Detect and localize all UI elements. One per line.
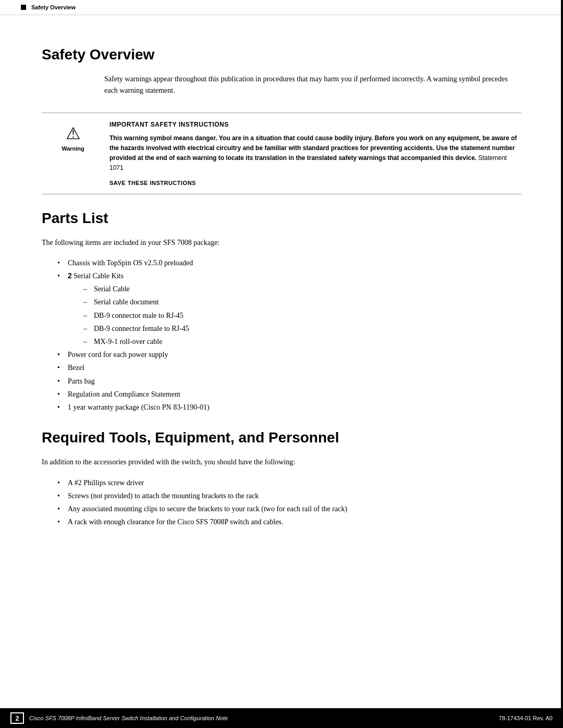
- parts-list-items: Chassis with TopSpin OS v2.5.0 preloaded…: [57, 256, 521, 414]
- list-item: A rack with enough clearance for the Cis…: [57, 515, 521, 528]
- item-text: Bezel: [68, 364, 84, 372]
- list-item: Chassis with TopSpin OS v2.5.0 preloaded: [57, 256, 521, 269]
- required-tools-title: Required Tools, Equipment, and Personnel: [42, 429, 521, 446]
- footer-doc-title: Cisco SFS 7008P InfiniBand Server Switch…: [29, 715, 228, 721]
- list-item: Power cord for each power supply: [57, 348, 521, 361]
- parts-list-intro: The following items are included in your…: [42, 237, 521, 249]
- list-item: Regulation and Compliance Statement: [57, 388, 521, 401]
- list-item: 2 Serial Cable Kits Serial Cable Serial …: [57, 269, 521, 348]
- warning-icon: ⚠: [66, 124, 81, 143]
- item-text: Screws (not provided) to attach the moun…: [68, 492, 259, 500]
- list-item: Parts bag: [57, 375, 521, 388]
- list-item: Bezel: [57, 361, 521, 374]
- list-item: Any associated mounting clips to secure …: [57, 502, 521, 515]
- sub-item-text: MX-9-1 roll-over cable: [94, 338, 162, 346]
- warning-label: Warning: [62, 145, 84, 152]
- sub-item-text: DB-9 connector male to RJ-45: [94, 312, 183, 319]
- footer-doc-code: 78-17434-01 Rev. A0: [499, 715, 553, 721]
- item-text: A #2 Phillips screw driver: [68, 479, 144, 487]
- warning-important-title: IMPORTANT SAFETY INSTRUCTIONS: [109, 121, 521, 128]
- sub-list-item: Serial Cable: [83, 282, 521, 295]
- required-tools-intro: In addition to the accessories provided …: [42, 456, 521, 468]
- warning-left: ⚠ Warning: [42, 121, 104, 152]
- item-text: Any associated mounting clips to secure …: [68, 505, 347, 513]
- item-text: Chassis with TopSpin OS v2.5.0 preloaded: [68, 259, 193, 267]
- safety-overview-title: Safety Overview: [42, 46, 521, 63]
- header-breadcrumb: Safety Overview: [31, 4, 76, 10]
- footer-left: 2 Cisco SFS 7008P InfiniBand Server Swit…: [10, 712, 228, 724]
- item-text: Regulation and Compliance Statement: [68, 390, 180, 398]
- sub-list-item: MX-9-1 roll-over cable: [83, 335, 521, 348]
- sub-list: Serial Cable Serial cable document DB-9 …: [83, 282, 521, 348]
- sub-list-item: DB-9 connector female to RJ-45: [83, 322, 521, 335]
- save-instructions: SAVE THESE INSTRUCTIONS: [109, 180, 521, 186]
- item-text: Parts bag: [68, 377, 95, 385]
- header-square: [21, 5, 26, 10]
- warning-body-text: This warning symbol means danger. You ar…: [109, 133, 521, 174]
- item-text: 1 year warranty package (Cisco PN 83-119…: [68, 403, 210, 411]
- parts-list-title: Parts List: [42, 210, 521, 227]
- footer-page-number: 2: [10, 712, 24, 724]
- warning-section: ⚠ Warning IMPORTANT SAFETY INSTRUCTIONS …: [42, 113, 521, 194]
- sub-item-text: DB-9 connector female to RJ-45: [94, 325, 189, 332]
- item-text: Power cord for each power supply: [68, 351, 168, 359]
- sub-list-item: DB-9 connector male to RJ-45: [83, 309, 521, 322]
- item-text: A rack with enough clearance for the Cis…: [68, 518, 284, 526]
- sub-item-text: Serial cable document: [94, 298, 158, 306]
- list-item: A #2 Phillips screw driver: [57, 476, 521, 489]
- item-bold-prefix: 2: [68, 272, 72, 280]
- required-tools-list: A #2 Phillips screw driver Screws (not p…: [57, 476, 521, 529]
- list-item: Screws (not provided) to attach the moun…: [57, 489, 521, 502]
- header-bar: Safety Overview: [0, 0, 563, 15]
- page-wrapper: Safety Overview Safety Overview Safety w…: [0, 0, 563, 728]
- warning-body-bold: This warning symbol means danger. You ar…: [109, 134, 517, 162]
- item-text: Serial Cable Kits: [74, 272, 124, 280]
- list-item: 1 year warranty package (Cisco PN 83-119…: [57, 401, 521, 414]
- main-content: Safety Overview Safety warnings appear t…: [0, 15, 563, 560]
- sub-item-text: Serial Cable: [94, 285, 130, 293]
- warning-content: IMPORTANT SAFETY INSTRUCTIONS This warni…: [104, 121, 521, 186]
- right-border: [561, 0, 563, 728]
- sub-list-item: Serial cable document: [83, 295, 521, 309]
- safety-overview-intro: Safety warnings appear throughout this p…: [104, 73, 521, 97]
- footer: 2 Cisco SFS 7008P InfiniBand Server Swit…: [0, 708, 563, 728]
